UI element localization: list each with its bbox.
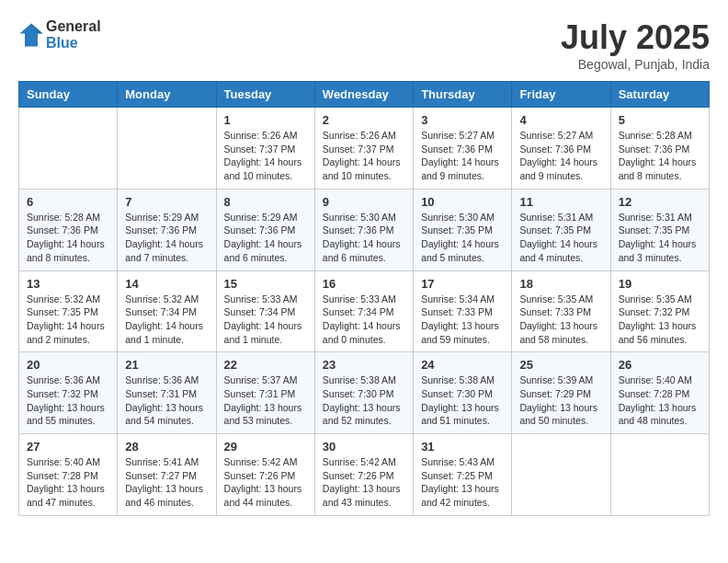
day-number: 5 [619,113,701,127]
day-info: Sunrise: 5:30 AM Sunset: 7:36 PM Dayligh… [323,211,405,265]
calendar-cell: 29Sunrise: 5:42 AM Sunset: 7:26 PM Dayli… [216,434,314,516]
day-number: 23 [323,358,405,372]
day-number: 1 [224,113,307,127]
day-number: 31 [421,440,504,454]
calendar-cell: 3Sunrise: 5:27 AM Sunset: 7:36 PM Daylig… [414,108,512,190]
day-info: Sunrise: 5:36 AM Sunset: 7:31 PM Dayligh… [125,373,208,428]
calendar-cell: 30Sunrise: 5:42 AM Sunset: 7:26 PM Dayli… [314,434,413,516]
day-number: 18 [519,277,602,291]
logo-icon [18,22,44,48]
day-number: 9 [323,195,405,209]
location-subtitle: Begowal, Punjab, India [561,57,710,72]
weekday-monday: Monday [118,82,216,108]
day-number: 7 [125,195,208,209]
calendar-cell: 20Sunrise: 5:36 AM Sunset: 7:32 PM Dayli… [19,352,118,434]
day-info: Sunrise: 5:32 AM Sunset: 7:34 PM Dayligh… [125,293,208,347]
day-info: Sunrise: 5:41 AM Sunset: 7:27 PM Dayligh… [125,455,208,510]
day-info: Sunrise: 5:29 AM Sunset: 7:36 PM Dayligh… [125,211,208,265]
day-info: Sunrise: 5:32 AM Sunset: 7:35 PM Dayligh… [27,293,109,347]
calendar-cell: 14Sunrise: 5:32 AM Sunset: 7:34 PM Dayli… [118,270,216,352]
calendar-cell: 18Sunrise: 5:35 AM Sunset: 7:33 PM Dayli… [512,270,610,352]
day-info: Sunrise: 5:29 AM Sunset: 7:36 PM Dayligh… [224,211,307,265]
day-number: 8 [224,195,307,209]
day-number: 6 [27,195,109,209]
day-info: Sunrise: 5:28 AM Sunset: 7:36 PM Dayligh… [619,129,701,183]
day-number: 16 [323,277,405,291]
calendar-cell [19,108,118,190]
day-number: 15 [224,277,307,291]
calendar-cell: 27Sunrise: 5:40 AM Sunset: 7:28 PM Dayli… [19,434,118,516]
day-info: Sunrise: 5:35 AM Sunset: 7:32 PM Dayligh… [619,293,701,347]
calendar-cell: 7Sunrise: 5:29 AM Sunset: 7:36 PM Daylig… [118,189,216,270]
day-info: Sunrise: 5:42 AM Sunset: 7:26 PM Dayligh… [323,455,405,510]
day-number: 25 [519,358,602,372]
day-info: Sunrise: 5:36 AM Sunset: 7:32 PM Dayligh… [27,373,109,428]
title-block: July 2025 Begowal, Punjab, India [561,18,710,72]
day-number: 26 [619,358,701,372]
logo-blue: Blue [46,35,78,51]
weekday-tuesday: Tuesday [216,82,314,108]
day-number: 27 [27,440,109,454]
week-row-3: 13Sunrise: 5:32 AM Sunset: 7:35 PM Dayli… [19,270,710,352]
calendar-cell: 23Sunrise: 5:38 AM Sunset: 7:30 PM Dayli… [314,352,413,434]
day-number: 12 [619,195,701,209]
weekday-saturday: Saturday [610,82,709,108]
calendar-cell: 22Sunrise: 5:37 AM Sunset: 7:31 PM Dayli… [216,352,314,434]
day-number: 17 [421,277,504,291]
calendar-cell: 5Sunrise: 5:28 AM Sunset: 7:36 PM Daylig… [610,108,709,190]
day-info: Sunrise: 5:33 AM Sunset: 7:34 PM Dayligh… [224,293,307,347]
day-info: Sunrise: 5:37 AM Sunset: 7:31 PM Dayligh… [224,373,307,428]
calendar-cell: 1Sunrise: 5:26 AM Sunset: 7:37 PM Daylig… [216,108,314,190]
calendar-cell: 28Sunrise: 5:41 AM Sunset: 7:27 PM Dayli… [118,434,216,516]
weekday-thursday: Thursday [414,82,512,108]
day-number: 10 [421,195,504,209]
day-info: Sunrise: 5:40 AM Sunset: 7:28 PM Dayligh… [619,373,701,428]
calendar-cell: 31Sunrise: 5:43 AM Sunset: 7:25 PM Dayli… [414,434,512,516]
day-number: 14 [125,277,208,291]
month-title: July 2025 [561,18,710,57]
calendar-cell: 13Sunrise: 5:32 AM Sunset: 7:35 PM Dayli… [19,270,118,352]
calendar-table: SundayMondayTuesdayWednesdayThursdayFrid… [18,81,710,516]
day-info: Sunrise: 5:27 AM Sunset: 7:36 PM Dayligh… [421,129,504,183]
day-number: 24 [421,358,504,372]
day-number: 20 [27,358,109,372]
week-row-5: 27Sunrise: 5:40 AM Sunset: 7:28 PM Dayli… [19,434,710,516]
day-info: Sunrise: 5:33 AM Sunset: 7:34 PM Dayligh… [323,293,405,347]
day-info: Sunrise: 5:40 AM Sunset: 7:28 PM Dayligh… [27,455,109,510]
day-info: Sunrise: 5:39 AM Sunset: 7:29 PM Dayligh… [519,373,602,428]
day-info: Sunrise: 5:28 AM Sunset: 7:36 PM Dayligh… [27,211,109,265]
day-number: 3 [421,113,504,127]
logo-text: General Blue [46,18,101,52]
calendar-cell: 8Sunrise: 5:29 AM Sunset: 7:36 PM Daylig… [216,189,314,270]
calendar-cell: 9Sunrise: 5:30 AM Sunset: 7:36 PM Daylig… [314,189,413,270]
day-info: Sunrise: 5:27 AM Sunset: 7:36 PM Dayligh… [519,129,602,183]
calendar-cell: 15Sunrise: 5:33 AM Sunset: 7:34 PM Dayli… [216,270,314,352]
day-number: 19 [619,277,701,291]
day-number: 4 [519,113,602,127]
week-row-1: 1Sunrise: 5:26 AM Sunset: 7:37 PM Daylig… [19,108,710,190]
day-number: 22 [224,358,307,372]
day-info: Sunrise: 5:34 AM Sunset: 7:33 PM Dayligh… [421,293,504,347]
weekday-wednesday: Wednesday [314,82,413,108]
day-info: Sunrise: 5:35 AM Sunset: 7:33 PM Dayligh… [519,293,602,347]
day-info: Sunrise: 5:31 AM Sunset: 7:35 PM Dayligh… [619,211,701,265]
calendar-cell: 10Sunrise: 5:30 AM Sunset: 7:35 PM Dayli… [414,189,512,270]
calendar-cell: 17Sunrise: 5:34 AM Sunset: 7:33 PM Dayli… [414,270,512,352]
day-info: Sunrise: 5:26 AM Sunset: 7:37 PM Dayligh… [224,129,307,183]
day-number: 13 [27,277,109,291]
day-info: Sunrise: 5:26 AM Sunset: 7:37 PM Dayligh… [323,129,405,183]
calendar-cell: 2Sunrise: 5:26 AM Sunset: 7:37 PM Daylig… [314,108,413,190]
day-info: Sunrise: 5:42 AM Sunset: 7:26 PM Dayligh… [224,455,307,510]
svg-marker-0 [19,23,42,46]
day-info: Sunrise: 5:38 AM Sunset: 7:30 PM Dayligh… [421,373,504,428]
calendar-cell [118,108,216,190]
calendar-cell: 21Sunrise: 5:36 AM Sunset: 7:31 PM Dayli… [118,352,216,434]
calendar-cell: 24Sunrise: 5:38 AM Sunset: 7:30 PM Dayli… [414,352,512,434]
week-row-4: 20Sunrise: 5:36 AM Sunset: 7:32 PM Dayli… [19,352,710,434]
day-number: 29 [224,440,307,454]
calendar-cell: 19Sunrise: 5:35 AM Sunset: 7:32 PM Dayli… [610,270,709,352]
calendar-cell [610,434,709,516]
calendar-cell: 25Sunrise: 5:39 AM Sunset: 7:29 PM Dayli… [512,352,610,434]
calendar-cell: 16Sunrise: 5:33 AM Sunset: 7:34 PM Dayli… [314,270,413,352]
day-info: Sunrise: 5:38 AM Sunset: 7:30 PM Dayligh… [323,373,405,428]
